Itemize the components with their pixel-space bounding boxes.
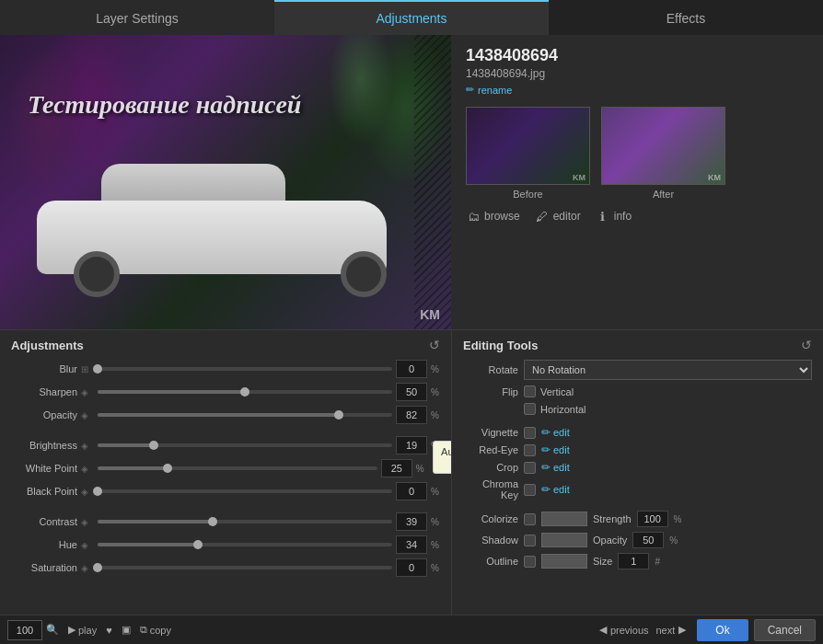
browse-button[interactable]: 🗂 browse [466, 209, 520, 224]
cancel-button[interactable]: Cancel [754, 619, 816, 641]
flip-horizontal-row: Horizontal [463, 403, 812, 415]
previous-button[interactable]: ◀ previous [599, 624, 649, 636]
slider-row-opacity: Opacity ◈ 82 % [11, 406, 440, 424]
outline-row: Outline Size 1 # [463, 553, 812, 569]
frame-button[interactable]: ▣ [122, 624, 131, 636]
browse-icon: 🗂 [466, 209, 481, 224]
contrast-value[interactable]: 39 [396, 512, 427, 531]
zoom-value[interactable]: 100 [7, 620, 42, 640]
zoom-button[interactable]: 🔍 [46, 624, 59, 636]
car-wheel-left [74, 251, 120, 297]
next-button[interactable]: next ▶ [656, 624, 687, 636]
opacity-value[interactable]: 82 [396, 406, 427, 424]
chromakey-edit-button[interactable]: ✏ edit [541, 483, 570, 496]
crop-edit-button[interactable]: ✏ edit [541, 461, 570, 474]
blackpoint-label: Black Point [11, 486, 77, 497]
adjustments-reset-icon[interactable]: ↺ [429, 338, 440, 352]
tab-effects[interactable]: Effects [549, 0, 823, 35]
brightness-slider[interactable] [98, 443, 392, 447]
flip-horizontal-label: Horizontal [540, 404, 586, 415]
crop-checkbox[interactable] [524, 462, 536, 474]
chromakey-checkbox[interactable] [524, 484, 536, 496]
file-title: 1438408694 [466, 46, 808, 65]
colorize-label: Colorize [463, 513, 518, 524]
auto-correct-tooltip: Auto-correctlayer [433, 441, 451, 474]
blur-value[interactable]: 0 [396, 360, 427, 378]
shadow-swatch[interactable] [541, 533, 587, 547]
brightness-icon: ◈ [81, 441, 94, 451]
car-wheel-right [341, 251, 387, 297]
saturation-value[interactable]: 0 [396, 558, 427, 577]
opacity-slider[interactable] [98, 413, 392, 417]
info-button[interactable]: ℹ info [596, 209, 632, 224]
chromakey-row: Chroma Key ✏ edit [463, 478, 812, 500]
sharpen-icon: ◈ [81, 387, 94, 397]
rotate-select[interactable]: No Rotation 90° CW 90° CCW 180° [524, 360, 812, 380]
bottom-panels: Adjustments ↺ Blur ⊞ 0 % Sharpen ◈ 50 % [0, 329, 823, 615]
flip-label: Flip [463, 386, 518, 397]
colorize-strength-value[interactable]: 100 [637, 511, 668, 527]
editor-icon: 🖊 [535, 209, 550, 224]
contrast-slider[interactable] [98, 520, 392, 523]
outline-size-label: Size [593, 556, 612, 567]
action-buttons: 🗂 browse 🖊 editor ℹ info [466, 209, 808, 224]
whitepoint-slider[interactable] [98, 466, 377, 470]
whitepoint-value[interactable]: 25 [381, 459, 412, 477]
colorize-swatch[interactable] [541, 512, 587, 526]
rotate-row: Rotate No Rotation 90° CW 90° CCW 180° [463, 360, 812, 380]
pencil-icon: ✏ [466, 84, 474, 96]
outline-checkbox[interactable] [524, 556, 536, 568]
slider-row-blur: Blur ⊞ 0 % [11, 360, 440, 378]
flip-horizontal-checkbox[interactable] [524, 403, 536, 415]
slider-row-sharpen: Sharpen ◈ 50 % [11, 383, 440, 401]
blackpoint-slider[interactable] [98, 489, 392, 493]
saturation-slider[interactable] [98, 566, 392, 569]
redeye-checkbox[interactable] [524, 444, 536, 456]
adjustments-title: Adjustments [11, 339, 84, 352]
editor-button[interactable]: 🖊 editor [535, 209, 581, 224]
favorite-button[interactable]: ♥ [106, 625, 112, 636]
contrast-label: Contrast [11, 516, 77, 527]
shadow-opacity-value[interactable]: 50 [632, 532, 664, 548]
before-thumbnail[interactable]: KM [466, 107, 590, 185]
sharpen-value[interactable]: 50 [396, 383, 427, 401]
tab-layer-settings[interactable]: Layer Settings [0, 0, 274, 35]
brightness-value[interactable]: 19 [396, 436, 427, 454]
after-label: After [653, 189, 674, 200]
crop-row: Crop ✏ edit [463, 461, 812, 474]
flip-vertical-label: Vertical [540, 386, 574, 397]
preview-area: Тестирование надписей KM [0, 35, 451, 329]
blackpoint-value[interactable]: 0 [396, 482, 427, 500]
flip-row: Flip Vertical [463, 385, 812, 397]
tab-adjustments[interactable]: Adjustments [274, 0, 549, 35]
car-body [28, 173, 414, 302]
copy-button[interactable]: ⧉ copy [140, 624, 171, 636]
redeye-label: Red-Eye [463, 444, 518, 455]
play-button[interactable]: ▶ play [68, 624, 97, 636]
hue-value[interactable]: 34 [396, 535, 427, 554]
rename-link[interactable]: ✏ rename [466, 84, 808, 96]
blur-slider[interactable] [98, 367, 392, 371]
flip-vertical-checkbox[interactable] [524, 385, 536, 397]
main-area: Тестирование надписей KM 1438408694 1438… [0, 35, 823, 329]
after-thumbnail[interactable]: KM [601, 107, 725, 185]
hue-slider[interactable] [98, 543, 392, 546]
after-thumb-container: KM After [601, 107, 725, 200]
colorize-checkbox[interactable] [524, 513, 536, 525]
vignette-edit-button[interactable]: ✏ edit [541, 426, 570, 439]
chromakey-pencil-icon: ✏ [541, 483, 551, 496]
saturation-icon: ◈ [81, 563, 94, 573]
outline-swatch[interactable] [541, 554, 587, 569]
outline-size-value[interactable]: 1 [618, 553, 649, 569]
sharpen-slider[interactable] [98, 390, 392, 394]
shadow-checkbox[interactable] [524, 535, 536, 546]
play-icon: ▶ [68, 624, 75, 636]
ok-button[interactable]: Ok [697, 619, 748, 641]
file-name: 1438408694.jpg [466, 67, 808, 80]
editing-tools-reset-icon[interactable]: ↺ [801, 338, 812, 352]
redeye-edit-button[interactable]: ✏ edit [541, 443, 570, 456]
frame-icon: ▣ [122, 624, 131, 636]
vignette-checkbox[interactable] [524, 427, 536, 439]
editing-tools-header: Editing Tools ↺ [463, 338, 812, 352]
shadow-opacity-label: Opacity [593, 535, 627, 546]
